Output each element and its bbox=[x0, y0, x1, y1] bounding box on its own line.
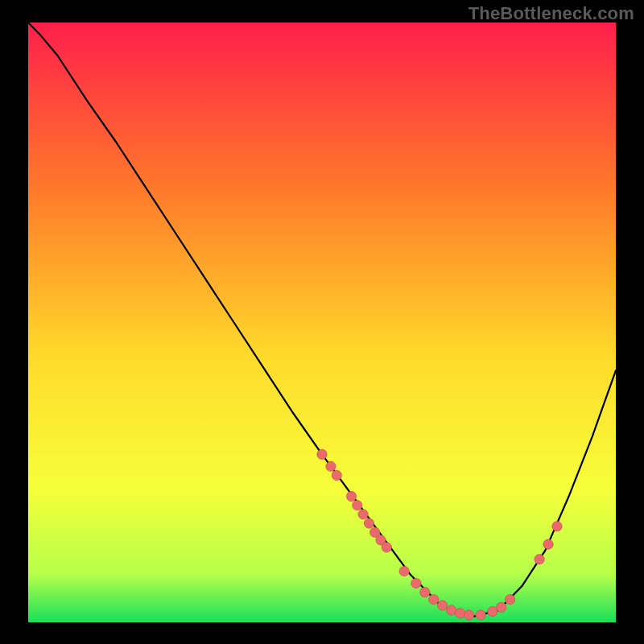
data-marker bbox=[364, 518, 374, 528]
data-marker bbox=[332, 470, 341, 480]
data-marker bbox=[353, 501, 362, 510]
data-marker bbox=[505, 594, 514, 604]
data-marker bbox=[346, 491, 356, 501]
data-marker bbox=[464, 610, 473, 620]
data-marker bbox=[446, 605, 456, 615]
data-marker bbox=[399, 566, 409, 576]
data-marker bbox=[455, 609, 464, 618]
data-marker bbox=[317, 449, 327, 459]
chart-frame: TheBottleneck.com bbox=[0, 0, 644, 644]
gradient-background bbox=[28, 23, 616, 622]
data-marker bbox=[535, 555, 544, 564]
data-marker bbox=[326, 461, 336, 471]
data-marker bbox=[476, 610, 485, 620]
data-marker bbox=[488, 606, 497, 616]
data-marker bbox=[382, 543, 391, 552]
data-marker bbox=[552, 522, 562, 531]
data-marker bbox=[411, 578, 421, 588]
watermark-text: TheBottleneck.com bbox=[469, 3, 634, 24]
data-marker bbox=[429, 594, 439, 604]
data-marker bbox=[420, 588, 430, 597]
data-marker bbox=[437, 601, 447, 610]
data-marker bbox=[496, 602, 506, 612]
bottleneck-chart bbox=[28, 23, 616, 622]
data-marker bbox=[358, 510, 368, 519]
data-marker bbox=[543, 539, 553, 549]
plot-area bbox=[28, 23, 616, 622]
